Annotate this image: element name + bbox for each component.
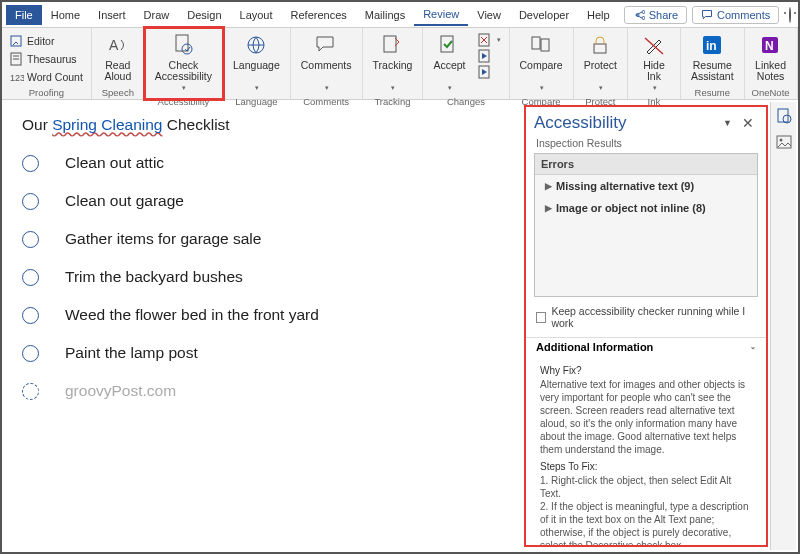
share-button[interactable]: Share: [624, 6, 687, 24]
tab-mailings[interactable]: Mailings: [356, 5, 414, 25]
comment-icon: [314, 33, 338, 57]
bullet-icon: [22, 269, 39, 286]
ribbon-comments-button[interactable]: Comments▾: [295, 30, 358, 96]
chevron-down-icon[interactable]: ⌄: [750, 343, 756, 351]
checklist-item: Paint the lamp post: [22, 344, 504, 362]
chevron-right-icon: ▶: [545, 181, 552, 191]
comments-button[interactable]: Comments: [692, 6, 779, 24]
next-icon: [478, 65, 492, 79]
step-2: 2. If the object is meaningful, type a d…: [540, 500, 752, 545]
tab-review[interactable]: Review: [414, 4, 468, 26]
error-item[interactable]: ▶Image or object not inline (8): [535, 197, 757, 219]
ribbon: Editor Thesaurus 123Word Count Proofing …: [2, 28, 798, 100]
feedback-icon[interactable]: [789, 7, 791, 23]
keep-running-checkbox[interactable]: Keep accessibility checker running while…: [526, 297, 766, 337]
chevron-down-icon: ▾: [255, 82, 259, 93]
step-1: 1. Right-click the object, then select E…: [540, 474, 752, 500]
group-label-resume: Resume: [695, 87, 730, 99]
prev-icon: [478, 49, 492, 63]
group-protect: Protect▾ Protect: [574, 28, 628, 99]
close-icon[interactable]: ✕: [738, 115, 758, 131]
group-label-speech: Speech: [102, 87, 134, 99]
group-label-proofing: Proofing: [29, 87, 64, 99]
steps-heading: Steps To Fix:: [540, 460, 752, 473]
chevron-down-icon: ▾: [391, 82, 395, 93]
group-language: Language▾ Language: [223, 28, 291, 99]
checkbox-icon[interactable]: [536, 312, 546, 323]
pane-subtitle: Inspection Results: [526, 137, 766, 153]
bullet-icon: [22, 155, 39, 172]
chevron-down-icon: ▾: [653, 82, 657, 93]
tab-bar: File Home Insert Draw Design Layout Refe…: [2, 2, 798, 28]
hide-ink-button[interactable]: Hide Ink▾: [632, 30, 676, 96]
language-button[interactable]: Language▾: [227, 30, 286, 96]
check-accessibility-button[interactable]: Check Accessibility▾: [149, 30, 218, 96]
accept-button[interactable]: Accept▾: [427, 30, 471, 96]
svg-rect-0: [11, 36, 21, 46]
thesaurus-button[interactable]: Thesaurus: [7, 51, 80, 67]
chevron-down-icon: ▾: [448, 82, 452, 93]
pane-menu-button[interactable]: ▼: [717, 114, 738, 132]
chevron-down-icon: ▾: [540, 82, 544, 93]
resume-assistant-button[interactable]: in Resume Assistant: [685, 30, 740, 85]
checklist-item: Clean out attic: [22, 154, 504, 172]
group-ink: Hide Ink▾ Ink: [628, 28, 681, 99]
next-change-button[interactable]: [475, 64, 504, 80]
tab-view[interactable]: View: [468, 5, 510, 25]
tab-developer[interactable]: Developer: [510, 5, 578, 25]
onenote-icon: N: [759, 33, 783, 57]
svg-rect-15: [541, 39, 549, 51]
group-comments: Comments▾ Comments: [291, 28, 363, 99]
additional-info-header[interactable]: Additional Information: [536, 341, 748, 353]
linkedin-icon: in: [700, 33, 724, 57]
group-proofing: Editor Thesaurus 123Word Count Proofing: [2, 28, 92, 99]
tab-layout[interactable]: Layout: [231, 5, 282, 25]
tab-file[interactable]: File: [6, 5, 42, 25]
why-fix-heading: Why Fix?: [540, 364, 752, 377]
svg-rect-10: [441, 36, 453, 52]
svg-text:123: 123: [10, 73, 24, 83]
accessibility-rail-icon[interactable]: [776, 108, 792, 124]
tracking-icon: [380, 33, 404, 57]
tab-references[interactable]: References: [282, 5, 356, 25]
prev-change-button[interactable]: [475, 48, 504, 64]
tab-insert[interactable]: Insert: [89, 5, 135, 25]
group-accessibility: Check Accessibility▾ Accessibility: [145, 28, 223, 99]
branding: groovyPost.com: [22, 382, 504, 400]
svg-text:A: A: [109, 37, 119, 53]
errors-header: Errors: [535, 154, 757, 175]
results-list: Errors ▶Missing alternative text (9) ▶Im…: [534, 153, 758, 297]
reject-icon: [478, 33, 492, 47]
bullet-icon: [22, 345, 39, 362]
protect-button[interactable]: Protect▾: [578, 30, 623, 96]
compare-button[interactable]: Compare▾: [514, 30, 569, 96]
read-aloud-button[interactable]: A Read Aloud: [96, 30, 140, 85]
accessibility-icon: [171, 33, 195, 57]
tab-home[interactable]: Home: [42, 5, 89, 25]
comment-icon: [701, 9, 713, 21]
tab-draw[interactable]: Draw: [135, 5, 179, 25]
editor-icon: [10, 34, 24, 48]
tab-help[interactable]: Help: [578, 5, 619, 25]
editor-button[interactable]: Editor: [7, 33, 57, 49]
wordcount-icon: 123: [10, 70, 24, 84]
picture-rail-icon[interactable]: [776, 134, 792, 150]
svg-rect-16: [594, 44, 606, 53]
compare-icon: [529, 33, 553, 57]
error-item[interactable]: ▶Missing alternative text (9): [535, 175, 757, 197]
reject-button[interactable]: ▾: [475, 32, 504, 48]
group-onenote: N Linked Notes OneNote: [745, 28, 798, 99]
document-canvas[interactable]: Our Spring Cleaning Checklist Clean out …: [4, 102, 524, 550]
ink-icon: [642, 33, 666, 57]
tab-design[interactable]: Design: [178, 5, 230, 25]
tracking-button[interactable]: Tracking▾: [367, 30, 419, 96]
linked-notes-button[interactable]: N Linked Notes: [749, 30, 793, 85]
wordcount-button[interactable]: 123Word Count: [7, 69, 86, 85]
share-icon: [633, 9, 645, 21]
why-fix-text: Alternative text for images and other ob…: [540, 378, 752, 456]
thesaurus-icon: [10, 52, 24, 66]
svg-point-7: [182, 44, 192, 54]
checklist-item: Clean out garage: [22, 192, 504, 210]
svg-rect-14: [532, 37, 540, 49]
bullet-icon: [22, 383, 39, 400]
